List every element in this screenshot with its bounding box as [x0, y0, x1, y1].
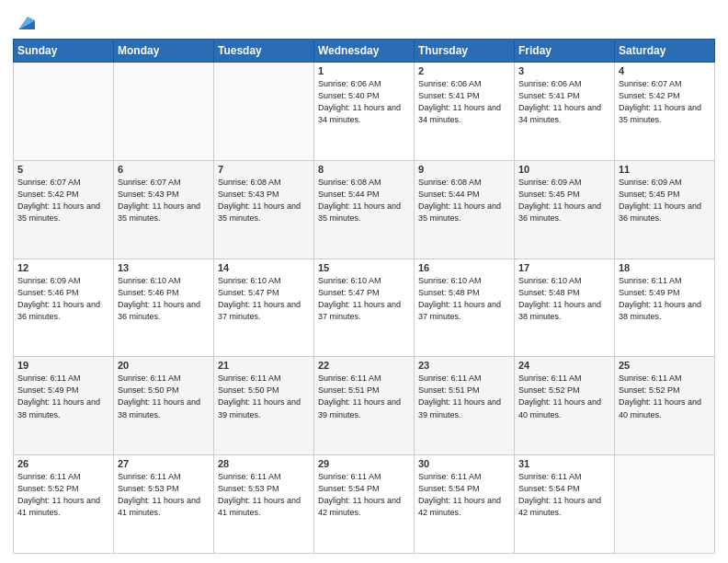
day-info: Sunrise: 6:11 AMSunset: 5:52 PMDaylight:… — [518, 373, 610, 420]
day-info: Sunrise: 6:10 AMSunset: 5:46 PMDaylight:… — [118, 275, 210, 323]
week-row-3: 12Sunrise: 6:09 AMSunset: 5:46 PMDayligh… — [14, 259, 715, 357]
day-info: Sunrise: 6:07 AMSunset: 5:43 PMDaylight:… — [118, 177, 210, 224]
weekday-header-friday: Friday — [515, 40, 615, 63]
calendar-cell: 15Sunrise: 6:10 AMSunset: 5:47 PMDayligh… — [314, 259, 415, 357]
day-number: 25 — [619, 360, 711, 371]
day-number: 8 — [318, 164, 410, 175]
day-number: 31 — [518, 458, 610, 469]
weekday-header-monday: Monday — [114, 40, 214, 63]
day-info: Sunrise: 6:11 AMSunset: 5:52 PMDaylight:… — [619, 373, 711, 420]
calendar-cell: 8Sunrise: 6:08 AMSunset: 5:44 PMDaylight… — [314, 160, 415, 259]
day-number: 26 — [17, 458, 109, 469]
calendar-cell: 9Sunrise: 6:08 AMSunset: 5:44 PMDaylight… — [415, 160, 515, 259]
day-number: 16 — [418, 262, 510, 273]
day-number: 13 — [118, 262, 210, 273]
day-number: 28 — [218, 458, 310, 469]
day-info: Sunrise: 6:06 AMSunset: 5:40 PMDaylight:… — [318, 78, 410, 126]
calendar-cell — [14, 63, 114, 161]
calendar-cell: 22Sunrise: 6:11 AMSunset: 5:51 PMDayligh… — [314, 357, 415, 455]
calendar: SundayMondayTuesdayWednesdayThursdayFrid… — [13, 39, 715, 554]
week-row-2: 5Sunrise: 6:07 AMSunset: 5:42 PMDaylight… — [14, 160, 715, 259]
day-info: Sunrise: 6:06 AMSunset: 5:41 PMDaylight:… — [418, 78, 510, 126]
day-info: Sunrise: 6:07 AMSunset: 5:42 PMDaylight:… — [619, 78, 711, 126]
day-number: 12 — [17, 262, 109, 273]
day-info: Sunrise: 6:11 AMSunset: 5:54 PMDaylight:… — [418, 471, 510, 519]
day-number: 30 — [418, 458, 510, 469]
weekday-header-saturday: Saturday — [615, 40, 715, 63]
week-row-4: 19Sunrise: 6:11 AMSunset: 5:49 PMDayligh… — [14, 357, 715, 455]
calendar-cell: 18Sunrise: 6:11 AMSunset: 5:49 PMDayligh… — [615, 259, 715, 357]
calendar-cell: 14Sunrise: 6:10 AMSunset: 5:47 PMDayligh… — [214, 259, 314, 357]
weekday-header-row: SundayMondayTuesdayWednesdayThursdayFrid… — [14, 40, 715, 63]
day-number: 19 — [17, 360, 109, 371]
day-info: Sunrise: 6:09 AMSunset: 5:45 PMDaylight:… — [518, 177, 610, 224]
day-number: 24 — [518, 360, 610, 371]
calendar-cell: 6Sunrise: 6:07 AMSunset: 5:43 PMDaylight… — [114, 160, 214, 259]
day-info: Sunrise: 6:06 AMSunset: 5:41 PMDaylight:… — [518, 78, 610, 126]
day-info: Sunrise: 6:11 AMSunset: 5:51 PMDaylight:… — [418, 373, 510, 420]
day-info: Sunrise: 6:10 AMSunset: 5:47 PMDaylight:… — [318, 275, 410, 323]
day-number: 23 — [418, 360, 510, 371]
day-number: 15 — [318, 262, 410, 273]
weekday-header-sunday: Sunday — [14, 40, 114, 63]
day-number: 17 — [518, 262, 610, 273]
day-number: 9 — [418, 164, 510, 175]
day-info: Sunrise: 6:08 AMSunset: 5:44 PMDaylight:… — [418, 177, 510, 224]
day-info: Sunrise: 6:11 AMSunset: 5:54 PMDaylight:… — [518, 471, 610, 519]
day-info: Sunrise: 6:11 AMSunset: 5:50 PMDaylight:… — [118, 373, 210, 420]
day-info: Sunrise: 6:09 AMSunset: 5:45 PMDaylight:… — [619, 177, 711, 224]
calendar-cell: 16Sunrise: 6:10 AMSunset: 5:48 PMDayligh… — [415, 259, 515, 357]
page: SundayMondayTuesdayWednesdayThursdayFrid… — [0, 0, 728, 563]
day-info: Sunrise: 6:09 AMSunset: 5:46 PMDaylight:… — [17, 275, 109, 323]
day-number: 14 — [218, 262, 310, 273]
calendar-cell: 17Sunrise: 6:10 AMSunset: 5:48 PMDayligh… — [515, 259, 615, 357]
calendar-cell: 28Sunrise: 6:11 AMSunset: 5:53 PMDayligh… — [214, 455, 314, 554]
calendar-cell: 4Sunrise: 6:07 AMSunset: 5:42 PMDaylight… — [615, 63, 715, 161]
calendar-cell: 2Sunrise: 6:06 AMSunset: 5:41 PMDaylight… — [415, 63, 515, 161]
day-number: 27 — [118, 458, 210, 469]
header — [13, 9, 715, 33]
calendar-cell: 7Sunrise: 6:08 AMSunset: 5:43 PMDaylight… — [214, 160, 314, 259]
calendar-cell: 19Sunrise: 6:11 AMSunset: 5:49 PMDayligh… — [14, 357, 114, 455]
calendar-cell — [615, 455, 715, 554]
calendar-cell: 20Sunrise: 6:11 AMSunset: 5:50 PMDayligh… — [114, 357, 214, 455]
day-info: Sunrise: 6:11 AMSunset: 5:54 PMDaylight:… — [318, 471, 410, 519]
calendar-cell: 24Sunrise: 6:11 AMSunset: 5:52 PMDayligh… — [515, 357, 615, 455]
day-info: Sunrise: 6:11 AMSunset: 5:53 PMDaylight:… — [118, 471, 210, 519]
day-info: Sunrise: 6:11 AMSunset: 5:51 PMDaylight:… — [318, 373, 410, 420]
calendar-cell: 13Sunrise: 6:10 AMSunset: 5:46 PMDayligh… — [114, 259, 214, 357]
day-info: Sunrise: 6:11 AMSunset: 5:53 PMDaylight:… — [218, 471, 310, 519]
calendar-cell: 29Sunrise: 6:11 AMSunset: 5:54 PMDayligh… — [314, 455, 415, 554]
day-info: Sunrise: 6:10 AMSunset: 5:47 PMDaylight:… — [218, 275, 310, 323]
day-info: Sunrise: 6:11 AMSunset: 5:52 PMDaylight:… — [17, 471, 109, 519]
day-number: 7 — [218, 164, 310, 175]
day-info: Sunrise: 6:11 AMSunset: 5:50 PMDaylight:… — [218, 373, 310, 420]
calendar-cell: 31Sunrise: 6:11 AMSunset: 5:54 PMDayligh… — [515, 455, 615, 554]
calendar-cell: 1Sunrise: 6:06 AMSunset: 5:40 PMDaylight… — [314, 63, 415, 161]
day-number: 29 — [318, 458, 410, 469]
day-number: 22 — [318, 360, 410, 371]
day-number: 11 — [619, 164, 711, 175]
day-number: 1 — [318, 65, 410, 76]
week-row-1: 1Sunrise: 6:06 AMSunset: 5:40 PMDaylight… — [14, 63, 715, 161]
weekday-header-tuesday: Tuesday — [214, 40, 314, 63]
calendar-cell: 21Sunrise: 6:11 AMSunset: 5:50 PMDayligh… — [214, 357, 314, 455]
calendar-cell: 5Sunrise: 6:07 AMSunset: 5:42 PMDaylight… — [14, 160, 114, 259]
day-number: 5 — [17, 164, 109, 175]
day-info: Sunrise: 6:08 AMSunset: 5:44 PMDaylight:… — [318, 177, 410, 224]
weekday-header-wednesday: Wednesday — [314, 40, 415, 63]
calendar-cell: 12Sunrise: 6:09 AMSunset: 5:46 PMDayligh… — [14, 259, 114, 357]
calendar-cell: 27Sunrise: 6:11 AMSunset: 5:53 PMDayligh… — [114, 455, 214, 554]
logo — [13, 13, 35, 33]
calendar-cell — [214, 63, 314, 161]
day-info: Sunrise: 6:08 AMSunset: 5:43 PMDaylight:… — [218, 177, 310, 224]
calendar-cell: 25Sunrise: 6:11 AMSunset: 5:52 PMDayligh… — [615, 357, 715, 455]
day-info: Sunrise: 6:07 AMSunset: 5:42 PMDaylight:… — [17, 177, 109, 224]
day-number: 3 — [518, 65, 610, 76]
calendar-cell: 23Sunrise: 6:11 AMSunset: 5:51 PMDayligh… — [415, 357, 515, 455]
calendar-cell: 30Sunrise: 6:11 AMSunset: 5:54 PMDayligh… — [415, 455, 515, 554]
day-info: Sunrise: 6:11 AMSunset: 5:49 PMDaylight:… — [619, 275, 711, 323]
week-row-5: 26Sunrise: 6:11 AMSunset: 5:52 PMDayligh… — [14, 455, 715, 554]
day-number: 21 — [218, 360, 310, 371]
day-number: 2 — [418, 65, 510, 76]
